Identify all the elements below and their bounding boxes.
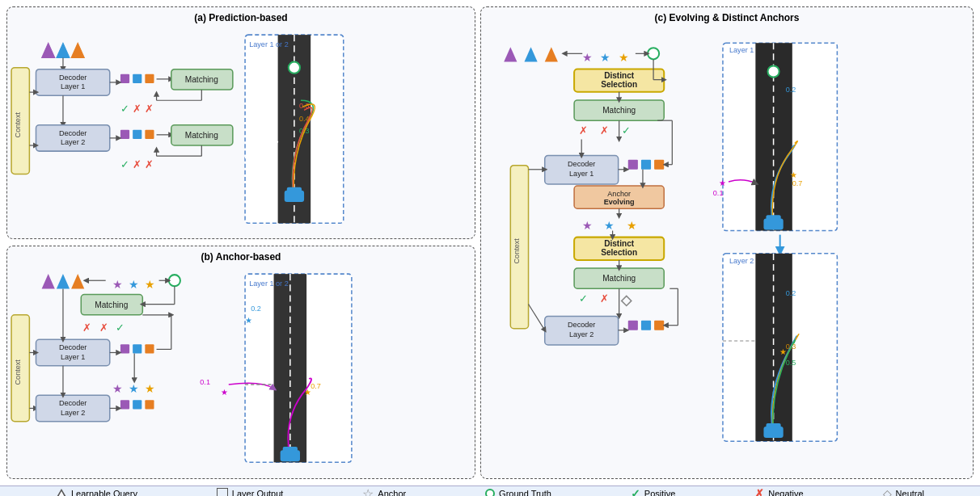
svg-text:0.1: 0.1 — [200, 378, 210, 386]
svg-text:Distinct: Distinct — [604, 71, 635, 80]
svg-text:Layer 2: Layer 2 — [61, 409, 85, 417]
svg-text:✗: ✗ — [145, 103, 154, 115]
svg-text:★: ★ — [604, 219, 615, 232]
svg-rect-27 — [133, 130, 142, 139]
anchor-section: (b) Anchor-based Context — [6, 246, 475, 478]
svg-text:✗: ✗ — [579, 124, 588, 137]
svg-text:✓: ✓ — [622, 124, 631, 137]
svg-text:Context: Context — [14, 112, 22, 138]
svg-text:★: ★ — [779, 347, 787, 356]
main-container: (a) Prediction-based Context — [0, 0, 980, 496]
legend-learnable-query-label: Learnable Query — [71, 489, 137, 496]
svg-text:Layer 2: Layer 2 — [569, 330, 593, 338]
evolving-section: (c) Evolving & Distinct Anchors — [480, 6, 974, 479]
layer-output-icon — [217, 488, 228, 496]
svg-text:Layer 1 or 2: Layer 1 or 2 — [249, 280, 289, 288]
svg-text:★: ★ — [221, 388, 228, 397]
svg-rect-167 — [641, 321, 651, 330]
legend-learnable-query: Learnable Query — [56, 489, 137, 496]
svg-rect-138 — [654, 160, 664, 170]
negative-icon: ✗ — [754, 487, 764, 496]
svg-point-178 — [768, 65, 779, 77]
svg-text:Decoder: Decoder — [568, 321, 595, 329]
svg-marker-4 — [71, 43, 84, 57]
svg-marker-109 — [524, 47, 537, 61]
legend-negative-label: Negative — [768, 489, 803, 496]
svg-text:✗: ✗ — [600, 124, 609, 137]
svg-rect-74 — [133, 345, 142, 354]
svg-text:✓: ✓ — [120, 158, 129, 170]
svg-rect-136 — [628, 160, 638, 170]
svg-marker-54 — [42, 274, 55, 288]
svg-rect-166 — [628, 321, 638, 330]
svg-text:Layer 1: Layer 1 — [729, 46, 754, 54]
svg-text:0.2: 0.2 — [251, 305, 261, 313]
svg-rect-26 — [120, 130, 129, 139]
svg-text:0.2: 0.2 — [786, 86, 796, 94]
svg-text:★: ★ — [245, 316, 252, 325]
prediction-section: (a) Prediction-based Context — [6, 6, 475, 239]
legend-positive: ✓ Positive — [631, 487, 676, 496]
svg-rect-185 — [766, 215, 780, 221]
svg-rect-51 — [287, 187, 302, 194]
svg-rect-137 — [641, 160, 651, 170]
svg-point-46 — [289, 62, 300, 74]
svg-rect-85 — [145, 401, 154, 410]
prediction-diagram: Context Decoder Layer 1 — [7, 7, 475, 238]
svg-text:★: ★ — [112, 279, 123, 292]
svg-text:0.1: 0.1 — [713, 189, 724, 197]
legend-ground-truth: Ground Truth — [485, 489, 551, 496]
ground-truth-icon — [485, 489, 495, 496]
svg-text:★: ★ — [619, 51, 629, 64]
svg-text:Selection: Selection — [601, 248, 637, 257]
svg-text:★: ★ — [129, 279, 139, 292]
anchor-icon: ☆ — [362, 486, 374, 496]
svg-text:★: ★ — [145, 279, 155, 292]
svg-rect-75 — [145, 345, 154, 354]
svg-text:Layer 1: Layer 1 — [61, 82, 85, 90]
svg-marker-56 — [71, 274, 84, 288]
svg-rect-168 — [654, 321, 664, 330]
svg-text:✗: ✗ — [99, 322, 108, 334]
positive-icon: ✓ — [631, 487, 640, 496]
svg-text:★: ★ — [627, 219, 637, 232]
svg-rect-11 — [145, 74, 154, 83]
svg-text:✗: ✗ — [82, 322, 91, 334]
svg-text:★: ★ — [582, 219, 593, 232]
legend-layer-output-label: Layer Output — [232, 489, 284, 496]
svg-text:★: ★ — [145, 382, 155, 395]
svg-text:✓: ✓ — [579, 292, 588, 305]
svg-text:★: ★ — [719, 179, 726, 187]
evolving-title: (c) Evolving & Distinct Anchors — [486, 12, 968, 23]
svg-text:Evolving: Evolving — [604, 198, 635, 206]
svg-marker-160 — [622, 296, 632, 305]
svg-text:Decoder: Decoder — [568, 160, 595, 168]
svg-text:★: ★ — [129, 382, 139, 395]
svg-text:Layer 2: Layer 2 — [729, 257, 754, 265]
svg-text:Anchor: Anchor — [607, 190, 631, 198]
svg-line-165 — [529, 304, 545, 330]
svg-rect-73 — [120, 345, 129, 354]
svg-rect-9 — [120, 74, 129, 83]
svg-text:0.5: 0.5 — [786, 359, 796, 367]
svg-marker-110 — [545, 47, 558, 61]
neutral-icon: ◇ — [883, 487, 892, 496]
legend-neutral: ◇ Neutral — [883, 487, 924, 496]
svg-text:Matching: Matching — [602, 106, 636, 115]
svg-text:Context: Context — [513, 238, 521, 264]
svg-text:★: ★ — [582, 51, 593, 64]
content-area: (a) Prediction-based Context — [0, 0, 980, 485]
learnable-query-icon — [56, 489, 67, 496]
legend-positive-label: Positive — [644, 489, 676, 496]
legend-negative: ✗ Negative — [754, 487, 803, 496]
legend-ground-truth-label: Ground Truth — [499, 489, 551, 496]
svg-rect-198 — [766, 423, 780, 430]
svg-rect-10 — [133, 74, 142, 83]
left-panel: (a) Prediction-based Context — [6, 6, 475, 479]
svg-marker-55 — [57, 274, 70, 288]
svg-text:✗: ✗ — [600, 292, 609, 305]
svg-point-61 — [169, 275, 180, 286]
svg-text:✗: ✗ — [145, 158, 154, 170]
svg-text:✓: ✓ — [120, 103, 129, 115]
svg-text:✓: ✓ — [116, 322, 125, 334]
